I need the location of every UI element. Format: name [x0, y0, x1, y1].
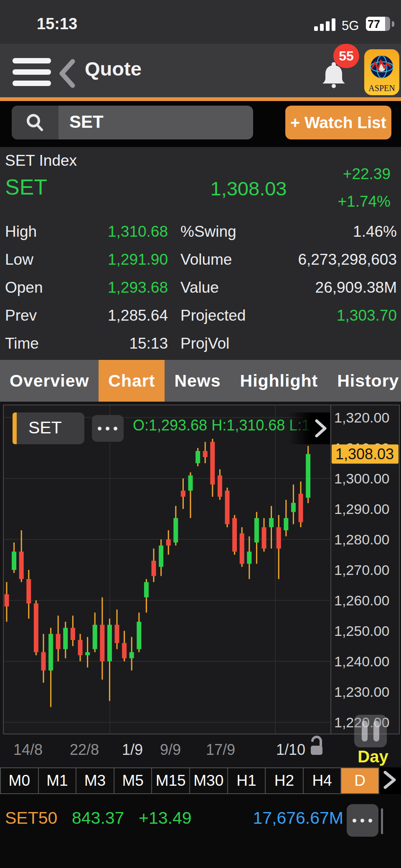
unlock-icon[interactable] — [311, 746, 322, 755]
battery-percent: 77 — [368, 18, 380, 31]
notification-badge: 55 — [333, 44, 359, 68]
aspen-logo[interactable]: ASPEN — [364, 49, 399, 95]
stat-value: 1,310.68 — [50, 223, 168, 240]
candle-body — [19, 552, 24, 579]
candle-body — [159, 546, 163, 567]
stat-value: 1,303.70 — [226, 307, 397, 324]
candle-body — [181, 491, 185, 497]
zoom-handle-left[interactable] — [362, 721, 368, 741]
unlock-icon-shackle[interactable] — [312, 737, 321, 746]
add-watch-list-button[interactable]: + Watch List — [285, 106, 391, 139]
timeframe-m3[interactable]: M3 — [76, 768, 114, 793]
timeframe-h4[interactable]: H4 — [304, 768, 342, 793]
battery-tip — [392, 21, 394, 27]
candle-body — [195, 451, 200, 463]
candlestick-chart[interactable]: 1,320.001,310.001,300.001,290.001,280.00… — [0, 402, 401, 767]
tab-highlight[interactable]: Highlight — [231, 360, 328, 402]
candle-body — [166, 539, 171, 546]
quote-table-row: Low1,291.90Volume6,273,298,603 — [0, 246, 401, 274]
footer-index-value: 843.37 — [72, 808, 124, 828]
timeframe-m15[interactable]: M15 — [152, 768, 190, 793]
tab-news[interactable]: News — [165, 360, 230, 402]
stat-value: 1.46% — [226, 223, 397, 240]
x-axis-label: 1/10 — [276, 741, 305, 758]
instrument-label: SET Index — [5, 152, 77, 170]
range-label[interactable]: Day — [358, 747, 388, 766]
timeframe-d[interactable]: D — [341, 768, 379, 793]
quote-table-row: Prev1,285.64Projected1,303.70 — [0, 302, 401, 330]
candle-body — [122, 643, 127, 658]
candle-body — [210, 442, 215, 484]
candle-body — [232, 518, 237, 552]
candle-body — [41, 652, 46, 671]
quote-symbol: SET — [5, 175, 47, 200]
x-axis-label: 14/8 — [13, 741, 43, 758]
timeframe-next-button[interactable] — [379, 767, 401, 794]
menu-button[interactable] — [8, 54, 55, 87]
back-chevron-icon[interactable] — [58, 59, 78, 88]
chart-zoom-control[interactable] — [354, 715, 387, 747]
candle-body — [26, 579, 31, 603]
candle-body — [107, 625, 112, 661]
network-type-label: 5G — [342, 18, 359, 33]
timeframe-m0[interactable]: M0 — [1, 768, 39, 793]
tab-history[interactable]: History — [327, 360, 401, 402]
svg-text:ASPEN: ASPEN — [368, 84, 395, 93]
x-axis-label: 1/9 — [122, 741, 143, 758]
stat-label: Time — [5, 335, 39, 352]
stat-value: 6,273,298,603 — [226, 251, 397, 268]
quote-last-price: 1,308.03 — [184, 177, 313, 200]
timeframe-h2[interactable]: H2 — [266, 768, 304, 793]
quote-table-row: High1,310.68%Swing1.46% — [0, 218, 401, 246]
footer-index-change: +13.49 — [139, 808, 192, 828]
timeframe-m1[interactable]: M1 — [39, 768, 77, 793]
chart-symbol-chip[interactable]: SET — [13, 412, 84, 444]
candle-body — [254, 518, 259, 542]
scrollbar-thumb[interactable] — [381, 808, 383, 834]
tab-overview[interactable]: Overview — [0, 360, 99, 402]
candle-body — [63, 628, 68, 649]
candle-body — [93, 625, 97, 649]
stat-label: Open — [5, 279, 43, 296]
candle-body — [56, 634, 61, 649]
search-input[interactable]: SET — [12, 106, 253, 139]
timeframe-bar: M0M1M3M5M15M30H1H2H4D — [0, 767, 401, 794]
stat-label: High — [5, 223, 37, 240]
stat-label: Volume — [180, 251, 232, 268]
footer-symbol: SET50 — [5, 808, 57, 828]
stat-label: Prev — [5, 307, 37, 324]
chart-options-button[interactable] — [92, 415, 124, 442]
chevron-right-icon — [379, 767, 400, 792]
quote-table-row: Time15:13ProjVol — [0, 330, 401, 358]
stat-value: 1,293.68 — [50, 279, 168, 296]
tab-chart[interactable]: Chart — [99, 360, 165, 402]
quote-panel: SET Index SET 1,308.03 +22.39 +1.74% Hig… — [0, 147, 401, 360]
search-row: SET + Watch List — [0, 101, 401, 147]
zoom-handle-right[interactable] — [373, 721, 379, 741]
y-axis-label: 1,260.00 — [334, 592, 389, 608]
search-value: SET — [69, 112, 104, 132]
candle-body — [173, 518, 178, 542]
chart-widget: 1,320.001,310.001,300.001,290.001,280.00… — [0, 402, 401, 767]
candle-body — [203, 451, 208, 457]
footer-options-button[interactable] — [347, 804, 378, 837]
timeframe-cells: M0M1M3M5M15M30H1H2H4D — [0, 767, 379, 794]
y-axis-label: 1,270.00 — [334, 562, 389, 578]
timeframe-h1[interactable]: H1 — [228, 768, 266, 793]
timeframe-m30[interactable]: M30 — [190, 768, 228, 793]
candle-body — [218, 476, 222, 497]
y-axis-label: 1,250.00 — [334, 623, 389, 639]
y-axis-label: 1,240.00 — [334, 653, 389, 669]
stat-value: 1,285.64 — [50, 307, 168, 324]
chart-symbol-label: SET — [28, 418, 62, 438]
candle-body — [12, 552, 16, 570]
timeframe-m5[interactable]: M5 — [114, 768, 152, 793]
current-price-label: 1,308.03 — [335, 445, 394, 463]
ohlc-expand-chevron-icon[interactable] — [312, 418, 329, 438]
candle-body — [240, 533, 244, 564]
status-time: 15:13 — [37, 15, 77, 33]
candle-body — [5, 594, 9, 606]
footer-ticker[interactable]: SET50 843.37 +13.49 17,676.67M — [0, 794, 401, 868]
candle-body — [100, 625, 104, 661]
candle-body — [71, 628, 75, 640]
